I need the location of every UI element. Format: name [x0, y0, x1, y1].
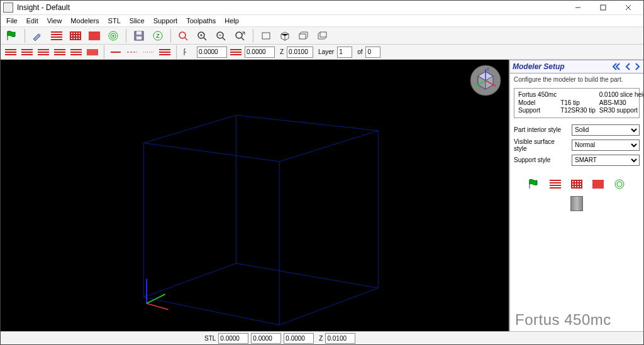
- status-z: 0.0000: [284, 333, 314, 344]
- separator: [176, 45, 177, 59]
- sidebar-modeler-setup: Modeler Setup Configure the modeler to b…: [509, 60, 643, 331]
- sidebar-header: Modeler Setup: [510, 60, 643, 74]
- svg-line-22: [242, 38, 244, 40]
- interior-style-label: Part interior style: [514, 126, 569, 133]
- sidebar-contour-icon[interactable]: [611, 176, 628, 192]
- menu-support[interactable]: Support: [149, 16, 182, 25]
- nav-prev-icon[interactable]: [625, 63, 631, 70]
- layer-tool-1[interactable]: [3, 45, 18, 59]
- svg-line-35: [147, 294, 165, 304]
- flag-icon[interactable]: [3, 28, 21, 44]
- svg-text:z: z: [487, 66, 489, 72]
- z-field[interactable]: [287, 47, 313, 58]
- layer-tool-2[interactable]: [19, 45, 35, 59]
- svg-rect-9: [136, 36, 142, 40]
- svg-point-6: [113, 35, 114, 36]
- measure2-icon[interactable]: [228, 45, 243, 59]
- svg-point-42: [617, 182, 622, 187]
- interior-style-select[interactable]: Solid: [572, 124, 640, 136]
- separator: [170, 29, 171, 43]
- line-style-2[interactable]: [125, 45, 140, 59]
- app-window: Insight - Default File Edit View Modeler…: [0, 0, 644, 345]
- info-model-mat: ABS-M30: [599, 99, 644, 107]
- fill-solid-icon[interactable]: [86, 28, 103, 44]
- layer-tool-5[interactable]: [69, 45, 84, 59]
- info-slice: 0.0100 slice height: [599, 91, 644, 99]
- layer-tool-6[interactable]: [85, 45, 100, 59]
- brand-label: Fortus 450mc: [510, 310, 643, 331]
- wall-icon[interactable]: [570, 196, 583, 211]
- maximize-button[interactable]: [591, 1, 616, 14]
- app-icon: [3, 3, 13, 13]
- surface-style-label: Visible surface style: [514, 138, 569, 152]
- fill-contour-icon[interactable]: [104, 28, 122, 44]
- layer-tool-3[interactable]: [36, 45, 51, 59]
- nav-first-icon[interactable]: [612, 63, 621, 70]
- sidebar-description: Configure the modeler to build the part.: [510, 74, 643, 88]
- info-support-tip: T12SR30 tip: [560, 107, 596, 115]
- sidebar-title: Modeler Setup: [513, 62, 608, 71]
- line-style-1[interactable]: [108, 45, 123, 59]
- window-title: Insight - Default: [17, 3, 565, 12]
- viewport-3d[interactable]: z: [1, 60, 509, 331]
- fill-horizontal-icon[interactable]: [48, 28, 65, 44]
- sidebar-fill2-icon[interactable]: [568, 176, 586, 192]
- measure-icon[interactable]: [180, 45, 196, 59]
- viewcube[interactable]: z: [470, 65, 501, 96]
- status-zval: 0.0100: [325, 333, 355, 344]
- svg-line-34: [147, 304, 168, 310]
- menu-stl[interactable]: STL: [104, 16, 125, 25]
- zoom-out-icon[interactable]: [213, 28, 230, 44]
- line-style-3[interactable]: [141, 45, 156, 59]
- svg-rect-1: [601, 5, 606, 10]
- info-printer: Fortus 450mc: [518, 91, 557, 99]
- minimize-button[interactable]: [565, 1, 591, 14]
- menu-modelers[interactable]: Modelers: [66, 16, 103, 25]
- view-iso3-icon[interactable]: [314, 28, 331, 44]
- menu-file[interactable]: File: [2, 16, 22, 25]
- view-iso2-icon[interactable]: [295, 28, 313, 44]
- menu-slice[interactable]: Slice: [125, 16, 149, 25]
- layer-field[interactable]: [337, 47, 352, 58]
- menu-edit[interactable]: Edit: [22, 16, 43, 25]
- layer-of-field[interactable]: [365, 47, 380, 58]
- view-iso1-icon[interactable]: [276, 28, 294, 44]
- contour-z-icon[interactable]: Z: [149, 28, 167, 44]
- svg-line-19: [223, 38, 225, 40]
- menu-view[interactable]: View: [43, 16, 67, 25]
- sidebar-flag-icon[interactable]: [525, 176, 543, 192]
- titlebar: Insight - Default: [1, 1, 643, 15]
- separator: [104, 45, 104, 59]
- z-label: Z: [280, 48, 284, 55]
- zoom-in-icon[interactable]: [194, 28, 211, 44]
- separator: [126, 29, 126, 43]
- surface-style-select[interactable]: Normal: [572, 140, 640, 151]
- sidebar-action-icons: [510, 176, 643, 192]
- line-style-4[interactable]: [157, 45, 172, 59]
- menu-toolpaths[interactable]: Toolpaths: [182, 16, 220, 25]
- sidebar-fill1-icon[interactable]: [547, 176, 564, 192]
- close-button[interactable]: [616, 1, 641, 14]
- status-stl-label: STL: [204, 335, 216, 342]
- info-support-lbl: Support: [518, 107, 557, 115]
- support-style-select[interactable]: SMART: [572, 155, 640, 166]
- svg-point-12: [179, 32, 186, 38]
- brush-icon[interactable]: [29, 28, 47, 44]
- nav-next-icon[interactable]: [635, 63, 641, 70]
- sidebar-fill3-icon[interactable]: [589, 176, 607, 192]
- layer-tool-4[interactable]: [52, 45, 67, 59]
- coord-y-field[interactable]: [245, 47, 275, 58]
- statusbar: STL 0.0000 0.0000 0.0000 Z 0.0100: [1, 331, 643, 344]
- menu-help[interactable]: Help: [220, 16, 243, 25]
- save-icon[interactable]: [130, 28, 148, 44]
- svg-point-21: [236, 32, 242, 38]
- info-model-tip: T16 tip: [560, 99, 596, 107]
- zoom-window-icon[interactable]: [231, 28, 249, 44]
- status-x: 0.0000: [218, 333, 248, 344]
- view-front-icon[interactable]: [257, 28, 275, 44]
- toolbar-main: Z: [1, 27, 643, 45]
- fill-sparse-icon[interactable]: [67, 28, 84, 44]
- coord-x-field[interactable]: [197, 47, 227, 58]
- layer-label: Layer: [318, 48, 334, 55]
- zoom-reset-icon[interactable]: [175, 28, 192, 44]
